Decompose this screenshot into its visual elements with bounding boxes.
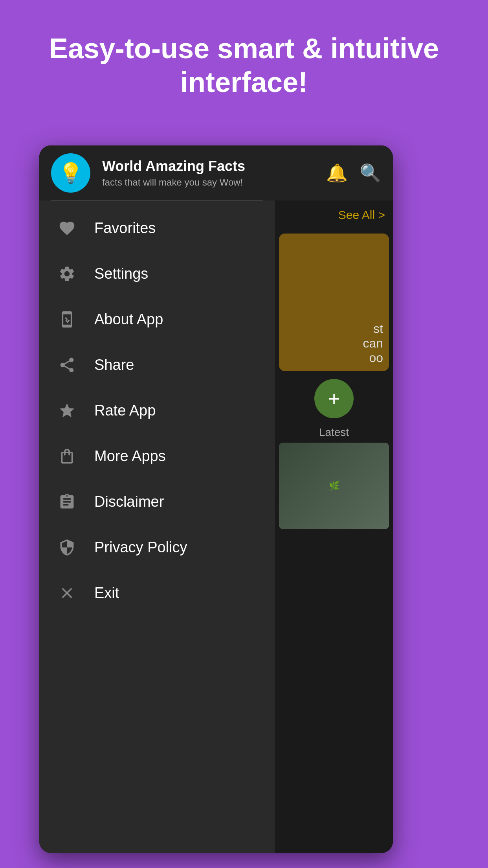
share-icon xyxy=(55,353,79,377)
menu-item-about[interactable]: About App xyxy=(39,296,275,342)
rate-label: Rate App xyxy=(94,402,156,419)
see-all-button[interactable]: See All > xyxy=(275,200,393,230)
menu-item-more-apps[interactable]: More Apps xyxy=(39,433,275,479)
add-button[interactable]: + xyxy=(314,379,354,418)
phone-frame: 💡 World Amazing Facts facts that will ma… xyxy=(39,145,393,853)
search-icon[interactable]: 🔍 xyxy=(360,163,381,183)
drawer-logo: 💡 xyxy=(51,153,90,193)
navigation-drawer: 💡 World Amazing Facts facts that will ma… xyxy=(39,145,275,853)
heart-icon xyxy=(55,216,79,240)
more-apps-label: More Apps xyxy=(94,448,166,465)
header-icons: 🔔 🔍 xyxy=(326,163,381,183)
favorites-label: Favorites xyxy=(94,220,156,237)
drawer-menu: Favorites Settings About App xyxy=(39,201,275,620)
menu-item-privacy[interactable]: Privacy Policy xyxy=(39,524,275,570)
shield-icon xyxy=(55,535,79,559)
menu-item-share[interactable]: Share xyxy=(39,342,275,388)
disclaimer-label: Disclaimer xyxy=(94,493,164,510)
menu-item-settings[interactable]: Settings xyxy=(39,251,275,296)
drawer-header: 💡 World Amazing Facts facts that will ma… xyxy=(39,145,275,200)
plus-icon: + xyxy=(328,387,339,410)
menu-item-rate[interactable]: Rate App xyxy=(39,388,275,433)
bell-icon[interactable]: 🔔 xyxy=(326,163,348,183)
featured-card: st can oo xyxy=(279,234,389,371)
exit-label: Exit xyxy=(94,585,119,601)
drawer-app-tagline: facts that will make you say Wow! xyxy=(102,177,245,188)
about-label: About App xyxy=(94,311,163,328)
clipboard-icon xyxy=(55,490,79,513)
exit-icon xyxy=(55,581,79,605)
promo-banner: Easy-to-use smart & intuitive interface! xyxy=(0,0,488,123)
star-icon xyxy=(55,399,79,422)
latest-label: Latest xyxy=(275,426,393,439)
right-content: See All > st can oo + Latest 🌿 xyxy=(275,200,393,853)
menu-item-exit[interactable]: Exit xyxy=(39,570,275,616)
settings-label: Settings xyxy=(94,265,148,282)
privacy-label: Privacy Policy xyxy=(94,539,187,556)
drawer-app-name: World Amazing Facts xyxy=(102,158,245,175)
share-label: Share xyxy=(94,357,134,373)
menu-item-favorites[interactable]: Favorites xyxy=(39,205,275,251)
bag-icon xyxy=(55,444,79,468)
menu-item-disclaimer[interactable]: Disclaimer xyxy=(39,479,275,524)
promo-text: Easy-to-use smart & intuitive interface! xyxy=(0,0,488,123)
about-icon xyxy=(55,307,79,331)
thumbnail-image: 🌿 xyxy=(279,443,389,529)
drawer-title-block: World Amazing Facts facts that will make… xyxy=(102,158,245,188)
gear-icon xyxy=(55,262,79,285)
drawer-logo-icon: 💡 xyxy=(59,162,83,184)
